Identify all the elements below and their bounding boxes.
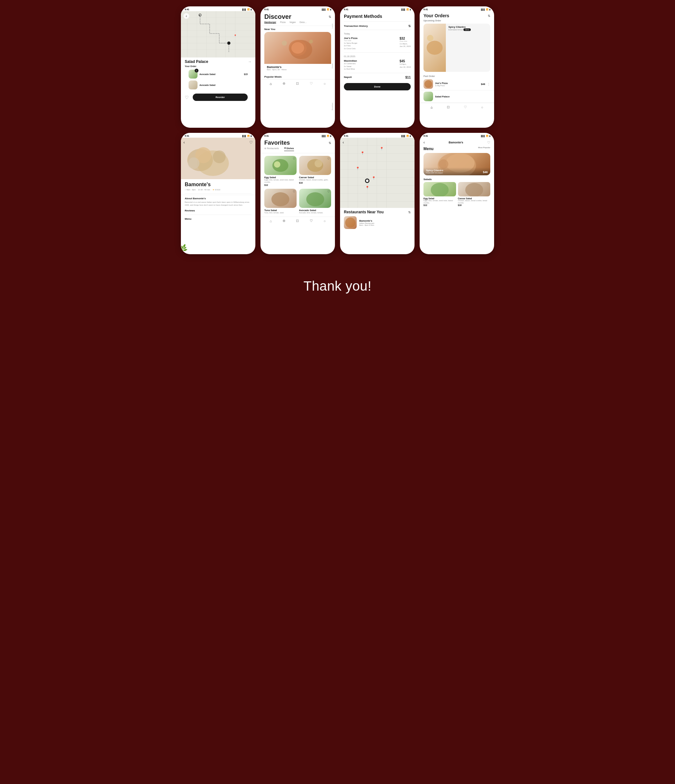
past-order-1-img — [424, 79, 433, 89]
payment-title: Payment Methods — [340, 11, 415, 20]
menu-caesar-salad: ♡ Caesar Salad Chicken, bacon, bread cru… — [458, 182, 491, 206]
status-bar-5: 9:41 ▌▌▌ 📶 ▮ — [181, 133, 256, 138]
order-1-label: Your order — [344, 40, 357, 42]
order-2-info: Maximilian 2x Carbonara2x Salad1x Red Wi… — [344, 59, 357, 70]
nearby-title: Restaurants Near You — [344, 210, 383, 214]
bamonte-back-btn[interactable]: ‹ — [184, 140, 185, 145]
cat-pizza[interactable]: Pizza — [280, 21, 285, 23]
signal-icon-7: ▌▌▌ — [401, 135, 405, 137]
cart-nav-icon[interactable]: ⊡ — [296, 81, 299, 86]
map2-back-btn[interactable]: ‹ — [343, 140, 344, 145]
restaurant-card-info: Bamonte's 8am - 9pm | 30 - 40min — [264, 64, 331, 72]
hours-meta: ○ 8am - 9pm — [185, 189, 196, 191]
upcoming-order-card[interactable]: Spicy Cilantro Estimated Arrival 15min — [424, 23, 490, 72]
past-food-1-svg — [424, 79, 433, 89]
most-popular-label: Most Popular — [478, 146, 490, 151]
cart-nav-4[interactable]: ⊡ — [447, 105, 450, 109]
menu-egg-salad: ♡ Egg Salad Eggs, lime, tomato, seed res… — [424, 182, 456, 206]
home-nav-6[interactable]: ⌂ — [270, 219, 272, 223]
filter-icon-payment[interactable]: ⇅ — [408, 24, 411, 28]
menu-back-btn[interactable]: ‹ — [424, 140, 425, 145]
restaurant-name: Salad Palace — [185, 59, 208, 64]
more-options-icon[interactable]: ⋮ — [487, 82, 490, 86]
search-nav-icon[interactable]: ⊕ — [282, 81, 285, 86]
svg-text:⊕: ⊕ — [199, 14, 200, 16]
caesar-salad-heart[interactable]: ♡ — [327, 157, 330, 160]
delivery-icon: ⊡ — [198, 188, 200, 191]
cat-vegan[interactable]: Vegan — [289, 21, 296, 23]
home-nav-4[interactable]: ⌂ — [430, 106, 433, 109]
status-bar-1: 9:41 ▌▌▌ 📶 ▮ — [181, 6, 256, 11]
egg-salad-heart[interactable]: ♡ — [293, 157, 295, 160]
upcoming-food-svg — [424, 23, 446, 72]
tuna-salad-heart[interactable]: ♡ — [293, 190, 295, 193]
past-order-2-name: Salad Palace — [435, 95, 490, 98]
status-bar-8: 9:41 ▌▌▌ 📶 ▮ — [419, 133, 494, 138]
profile-nav-4[interactable]: ○ — [481, 106, 483, 109]
map-back-btn[interactable]: ‹ — [184, 13, 189, 19]
tab-restaurants[interactable]: ⊕ Restaurants — [264, 147, 279, 151]
salads-section-title: Salads — [424, 178, 490, 181]
past-order-2-img — [424, 92, 433, 101]
status-bar-7: 9:41 ▌▌▌ 📶 ▮ — [340, 133, 415, 138]
menu-heart-btn[interactable]: ♡ — [487, 140, 490, 145]
featured-restaurant-card[interactable]: Bamonte's 8am - 9pm | 30 - 40min — [264, 32, 331, 72]
eta-badge: 15min — [463, 28, 471, 31]
divider-2 — [344, 30, 411, 30]
past-order-1-info: Joe's Pizza 1x Big Pizza — [435, 82, 479, 87]
cart-nav-6[interactable]: ⊡ — [296, 219, 299, 223]
search-nav-6[interactable]: ⊕ — [282, 219, 285, 223]
past-order-2: Salad Palace — [419, 90, 494, 103]
cat-hamburger[interactable]: Hamburger — [264, 21, 276, 23]
reorder-button[interactable]: Reorder — [193, 93, 248, 101]
order-1-price: $32 — [399, 37, 411, 40]
home-nav-icon[interactable]: ⌂ — [270, 82, 272, 86]
page-container: 9:41 ▌▌▌ 📶 ▮ — [181, 6, 494, 313]
egg-salad-menu-heart[interactable]: ♡ — [452, 183, 455, 186]
heart-icon[interactable]: ♡ — [185, 95, 189, 100]
menu-hero-card[interactable]: Spicy Cilantro Pasta with hot pepper $46 — [424, 153, 490, 175]
featured-restaurant-name: Bamonte's — [267, 65, 329, 68]
favorites-phone: 9:41 ▌▌▌ 📶 ▮ Favorites ⇅ ⊕ Restaurants ⊡ — [260, 133, 335, 254]
near-you-label: Near You — [260, 26, 335, 32]
svg-point-63 — [465, 183, 483, 196]
svg-text:📍: 📍 — [234, 34, 237, 37]
svg-point-21 — [309, 40, 313, 44]
orders-filter-icon[interactable]: ⇅ — [488, 14, 490, 17]
discover-title: Discover — [264, 13, 292, 20]
order-item-2-name: Avocado Salad — [200, 84, 248, 86]
nearby-filter-icon[interactable]: ⇅ — [408, 210, 411, 214]
heart-nav-4[interactable]: ♡ — [464, 105, 467, 109]
order-2-name: Maximilian — [344, 59, 357, 62]
heart-nav-icon[interactable]: ♡ — [310, 81, 313, 86]
favorites-filter-icon[interactable]: ⇅ — [329, 141, 331, 145]
order-1-info: Joe's Pizza Your order 1x Spicy Burger2x… — [344, 37, 357, 50]
signal-icon-8: ▌▌▌ — [481, 135, 485, 137]
order-2-items: 2x Carbonara2x Salad1x Red Wine — [344, 62, 357, 70]
cat-dessert[interactable]: Dess... — [299, 21, 307, 23]
done-button[interactable]: Done — [344, 83, 411, 90]
arrow-right-icon[interactable]: → — [248, 60, 251, 64]
time-2: 9:41 — [264, 8, 269, 11]
tab-dishes[interactable]: ⊡ Dishes — [284, 147, 294, 151]
bamonte-heart-btn[interactable]: ♡ — [249, 140, 253, 145]
signal-icon: ▌▌▌ — [242, 9, 246, 11]
heart-nav-6[interactable]: ♡ — [310, 219, 313, 223]
svg-text:📍: 📍 — [372, 176, 376, 180]
hours-text: 8am - 9pm — [187, 189, 196, 191]
avocado-salad-heart[interactable]: ♡ — [327, 190, 330, 193]
svg-point-13 — [227, 42, 231, 45]
order-1-row: Joe's Pizza Your order 1x Spicy Burger2x… — [340, 36, 415, 51]
thank-you-section: Thank you! — [181, 259, 494, 313]
menu-egg-salad-img — [424, 182, 456, 196]
avocado-salad-name: Avocado Salad — [299, 209, 331, 212]
svg-point-24 — [424, 80, 432, 88]
caesar-salad-menu-heart[interactable]: ♡ — [487, 183, 489, 186]
nearby-restaurant-card[interactable]: Bamonte's Italian Restaurant 8am - 9pm 3… — [344, 216, 411, 229]
profile-nav-icon[interactable]: ○ — [324, 82, 326, 86]
status-bar-4: 9:41 ▌▌▌ 📶 ▮ — [419, 6, 494, 11]
bamonte-detail-phone: 9:41 ▌▌▌ 📶 ▮ ‹ ♡ — [181, 133, 256, 254]
bamonte-meta: ○ 8am - 9pm ⊡ 30 - 40 min ★ 9.5/10 — [185, 188, 251, 191]
favorites-header: Favorites ⇅ — [260, 138, 335, 147]
profile-nav-6[interactable]: ○ — [324, 219, 326, 223]
